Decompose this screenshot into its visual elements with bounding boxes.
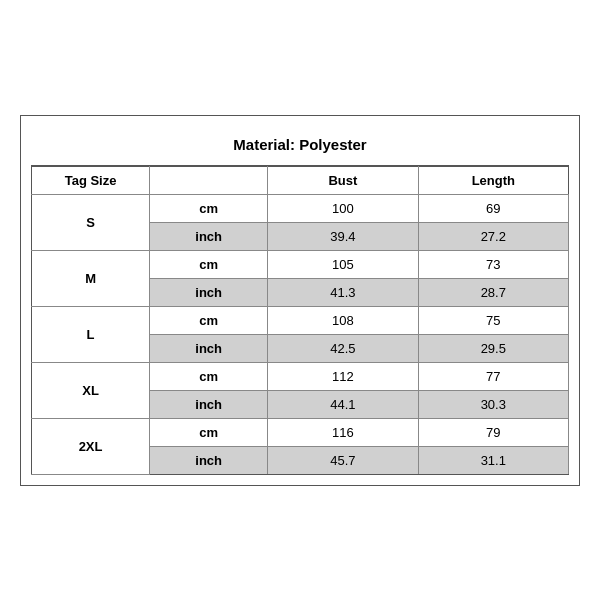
bust-value: 105 [268, 250, 418, 278]
tag-size-header: Tag Size [32, 166, 150, 194]
bust-header: Bust [268, 166, 418, 194]
length-value: 27.2 [418, 222, 568, 250]
length-value: 28.7 [418, 278, 568, 306]
tag-size-cell: 2XL [32, 418, 150, 474]
bust-value: 116 [268, 418, 418, 446]
unit-cell: inch [150, 390, 268, 418]
length-value: 79 [418, 418, 568, 446]
length-value: 30.3 [418, 390, 568, 418]
unit-cell: inch [150, 446, 268, 474]
table-row: 2XLcm11679 [32, 418, 569, 446]
table-row: XLcm11277 [32, 362, 569, 390]
tag-size-cell: XL [32, 362, 150, 418]
bust-value: 42.5 [268, 334, 418, 362]
unit-header [150, 166, 268, 194]
length-value: 75 [418, 306, 568, 334]
length-value: 31.1 [418, 446, 568, 474]
tag-size-cell: S [32, 194, 150, 250]
length-value: 29.5 [418, 334, 568, 362]
bust-value: 45.7 [268, 446, 418, 474]
length-value: 73 [418, 250, 568, 278]
table-header-row: Tag Size Bust Length [32, 166, 569, 194]
bust-value: 108 [268, 306, 418, 334]
tag-size-cell: M [32, 250, 150, 306]
unit-cell: cm [150, 250, 268, 278]
unit-cell: cm [150, 418, 268, 446]
unit-cell: cm [150, 194, 268, 222]
size-chart-container: Material: Polyester Tag Size Bust Length… [20, 115, 580, 486]
unit-cell: inch [150, 278, 268, 306]
table-row: Lcm10875 [32, 306, 569, 334]
size-table: Tag Size Bust Length Scm10069inch39.427.… [31, 166, 569, 475]
table-row: Mcm10573 [32, 250, 569, 278]
unit-cell: inch [150, 334, 268, 362]
length-value: 69 [418, 194, 568, 222]
unit-cell: cm [150, 306, 268, 334]
bust-value: 100 [268, 194, 418, 222]
length-value: 77 [418, 362, 568, 390]
unit-cell: cm [150, 362, 268, 390]
chart-title: Material: Polyester [31, 126, 569, 166]
tag-size-cell: L [32, 306, 150, 362]
bust-value: 39.4 [268, 222, 418, 250]
length-header: Length [418, 166, 568, 194]
bust-value: 112 [268, 362, 418, 390]
table-row: Scm10069 [32, 194, 569, 222]
unit-cell: inch [150, 222, 268, 250]
bust-value: 41.3 [268, 278, 418, 306]
bust-value: 44.1 [268, 390, 418, 418]
